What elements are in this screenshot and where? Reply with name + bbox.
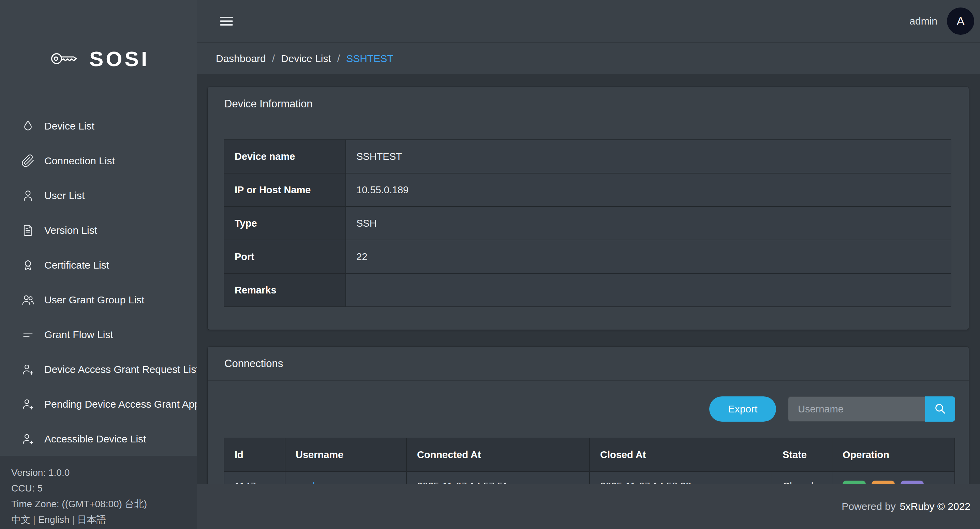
search-input[interactable] xyxy=(788,396,925,422)
key-icon xyxy=(51,50,81,67)
device-information-header: Device Information xyxy=(208,87,969,121)
sidebar-item-label: Device List xyxy=(45,120,94,132)
main-content: Device Information Device name SSHTEST I… xyxy=(197,74,980,529)
ccu-text: CCU: 5 xyxy=(11,481,197,496)
sidebar-info-panel: Version: 1.0.0 CCU: 5 Time Zone: ((GMT+0… xyxy=(0,456,197,529)
top-navbar: admin A xyxy=(197,0,980,42)
language-link-en[interactable]: English xyxy=(38,514,70,525)
sidebar-item-version-list[interactable]: Version List xyxy=(0,213,197,248)
info-label: IP or Host Name xyxy=(224,173,346,207)
table-row: Remarks xyxy=(224,273,951,307)
droplet-icon xyxy=(21,119,35,133)
footer-powered-by: Powered by xyxy=(842,501,896,512)
device-information-card: Device Information Device name SSHTEST I… xyxy=(208,87,969,330)
user-plus-icon xyxy=(21,363,35,376)
sidebar-item-label: Accessible Device List xyxy=(45,433,146,445)
sidebar-item-device-access-grant-request-list[interactable]: Device Access Grant Request List xyxy=(0,352,197,387)
breadcrumb-separator: / xyxy=(337,53,340,64)
sidebar-item-label: User Grant Group List xyxy=(45,294,144,306)
search-group xyxy=(788,396,955,422)
sidebar-item-label: Version List xyxy=(45,225,97,236)
sidebar-nav: Device List Connection List User List Ve… xyxy=(0,109,197,456)
user-plus-icon xyxy=(21,397,35,411)
connections-toolbar: Export xyxy=(224,396,955,422)
user-plus-icon xyxy=(21,432,35,446)
sidebar: SOSI Device List Connection List User Li xyxy=(0,0,197,529)
table-header-row: Id Username Connected At Closed At State… xyxy=(224,438,955,472)
paperclip-icon xyxy=(21,154,35,168)
search-icon xyxy=(933,402,947,417)
card-title: Device Information xyxy=(224,98,312,110)
column-header-state: State xyxy=(772,438,832,472)
navbar-right: admin A xyxy=(909,8,980,35)
certificate-icon xyxy=(21,258,35,272)
avatar[interactable]: A xyxy=(947,8,974,35)
breadcrumb-device-list[interactable]: Device List xyxy=(281,53,331,64)
user-menu[interactable]: admin xyxy=(909,15,937,27)
sidebar-item-user-list[interactable]: User List xyxy=(0,178,197,213)
language-link-ja[interactable]: 日本語 xyxy=(77,514,106,525)
hamburger-menu-icon[interactable] xyxy=(220,14,233,28)
info-value: SSH xyxy=(346,207,951,240)
device-information-table: Device name SSHTEST IP or Host Name 10.5… xyxy=(224,140,951,307)
export-button[interactable]: Export xyxy=(709,396,776,422)
info-label: Type xyxy=(224,207,346,240)
timezone-text: Time Zone: ((GMT+08:00) 台北) xyxy=(11,496,197,512)
language-link-zh[interactable]: 中文 xyxy=(11,514,30,525)
info-value: SSHTEST xyxy=(346,140,951,173)
column-header-id: Id xyxy=(224,438,285,472)
table-row: Port 22 xyxy=(224,240,951,273)
lines-icon xyxy=(21,328,35,342)
column-header-closed-at: Closed At xyxy=(590,438,772,472)
info-label: Port xyxy=(224,240,346,273)
search-button[interactable] xyxy=(925,396,955,422)
column-header-connected-at: Connected At xyxy=(406,438,590,472)
info-value: 10.55.0.189 xyxy=(346,173,951,207)
sidebar-item-label: Pending Device Access Grant Approval xyxy=(45,399,197,410)
footer-brand: 5xRuby © 2022 xyxy=(900,501,970,512)
brand-text: SOSI xyxy=(89,47,150,71)
device-information-body: Device name SSHTEST IP or Host Name 10.5… xyxy=(208,121,969,330)
sidebar-item-grant-flow-list[interactable]: Grant Flow List xyxy=(0,317,197,352)
info-value: 22 xyxy=(346,240,951,273)
language-divider: | xyxy=(72,514,74,525)
breadcrumb: Dashboard / Device List / SSHTEST xyxy=(197,43,980,74)
sidebar-item-label: Connection List xyxy=(45,155,115,167)
connections-header: Connections xyxy=(208,346,969,381)
sidebar-item-label: Certificate List xyxy=(45,259,109,271)
sidebar-item-user-grant-group-list[interactable]: User Grant Group List xyxy=(0,283,197,317)
column-header-operation: Operation xyxy=(832,438,955,472)
breadcrumb-dashboard[interactable]: Dashboard xyxy=(216,53,266,64)
sidebar-item-label: User List xyxy=(45,190,84,202)
sidebar-item-certificate-list[interactable]: Certificate List xyxy=(0,248,197,283)
brand-logo[interactable]: SOSI xyxy=(0,0,197,82)
language-divider: | xyxy=(33,514,35,525)
breadcrumb-current: SSHTEST xyxy=(346,53,393,64)
info-label: Remarks xyxy=(224,273,346,307)
language-switcher: 中文 | English | 日本語 xyxy=(11,512,197,527)
sidebar-item-pending-device-access-grant[interactable]: Pending Device Access Grant Approval xyxy=(0,387,197,422)
breadcrumb-separator: / xyxy=(272,53,275,64)
sidebar-item-accessible-device-list[interactable]: Accessible Device List xyxy=(0,422,197,456)
info-value xyxy=(346,273,951,307)
app-window: SOSI Device List Connection List User Li xyxy=(0,0,980,529)
table-row: Type SSH xyxy=(224,207,951,240)
info-label: Device name xyxy=(224,140,346,173)
table-row: IP or Host Name 10.55.0.189 xyxy=(224,173,951,207)
sidebar-item-connection-list[interactable]: Connection List xyxy=(0,143,197,178)
file-text-icon xyxy=(21,224,35,237)
sidebar-item-label: Grant Flow List xyxy=(45,329,113,340)
table-row: Device name SSHTEST xyxy=(224,140,951,173)
user-icon xyxy=(21,189,35,202)
version-text: Version: 1.0.0 xyxy=(11,465,197,481)
page-footer: Powered by 5xRuby © 2022 xyxy=(197,484,980,529)
users-icon xyxy=(21,293,35,307)
sidebar-item-label: Device Access Grant Request List xyxy=(45,364,197,375)
card-title: Connections xyxy=(224,357,283,370)
column-header-username: Username xyxy=(285,438,406,472)
sidebar-item-device-list[interactable]: Device List xyxy=(0,109,197,143)
